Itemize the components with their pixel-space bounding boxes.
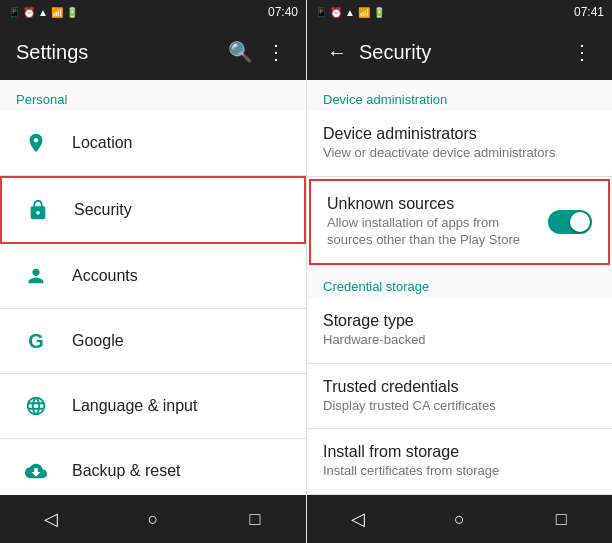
back-icon[interactable]: ←	[323, 38, 351, 66]
accounts-label: Accounts	[72, 267, 138, 285]
settings-title: Settings	[16, 41, 218, 64]
trusted-credentials-item[interactable]: Trusted credentials Display trusted CA c…	[307, 364, 612, 430]
phone-icon: 📱	[8, 7, 20, 18]
device-admins-item[interactable]: Device administrators View or deactivate…	[307, 111, 612, 177]
right-toolbar: ← Security ⋮	[307, 24, 612, 80]
install-from-storage-title: Install from storage	[323, 443, 596, 461]
storage-type-title: Storage type	[323, 312, 596, 330]
left-back-nav[interactable]: ◁	[31, 499, 71, 539]
right-panel: 📱 ⏰ ▲ 📶 🔋 07:41 ← Security ⋮ Device admi…	[307, 0, 612, 543]
google-label: Google	[72, 332, 124, 350]
backup-icon	[16, 451, 56, 491]
left-toolbar: Settings 🔍 ⋮	[0, 24, 306, 80]
device-admins-title: Device administrators	[323, 125, 596, 143]
language-icon	[16, 386, 56, 426]
settings-item-backup[interactable]: Backup & reset	[0, 439, 306, 495]
trusted-credentials-title: Trusted credentials	[323, 378, 596, 396]
credential-storage-header: Credential storage	[307, 267, 612, 298]
left-panel: 📱 ⏰ ▲ 📶 🔋 07:40 Settings 🔍 ⋮ Personal Lo…	[0, 0, 306, 543]
signal-icon: 📶	[51, 7, 63, 18]
device-admins-subtitle: View or deactivate device administrators	[323, 145, 596, 162]
security-title: Security	[359, 41, 560, 64]
storage-type-subtitle: Hardware-backed	[323, 332, 596, 349]
unknown-sources-text: Unknown sources Allow installation of ap…	[327, 195, 540, 249]
left-recent-nav[interactable]: □	[235, 499, 275, 539]
right-phone-icon: 📱	[315, 7, 327, 18]
settings-item-location[interactable]: Location	[0, 111, 306, 176]
location-label: Location	[72, 134, 133, 152]
right-status-icons: 📱 ⏰ ▲ 📶 🔋	[315, 7, 385, 18]
settings-item-language[interactable]: Language & input	[0, 374, 306, 439]
unknown-sources-item[interactable]: Unknown sources Allow installation of ap…	[309, 179, 610, 265]
install-from-storage-subtitle: Install certificates from storage	[323, 463, 596, 480]
left-content: Personal Location Security	[0, 80, 306, 495]
unknown-sources-subtitle: Allow installation of apps from sources …	[327, 215, 540, 249]
accounts-icon	[16, 256, 56, 296]
right-battery-icon: 🔋	[373, 7, 385, 18]
google-icon: G	[16, 321, 56, 361]
left-status-icons: 📱 ⏰ ▲ 📶 🔋	[8, 7, 78, 18]
right-more-options-icon[interactable]: ⋮	[568, 38, 596, 66]
settings-list: Personal Location Security	[0, 80, 306, 495]
device-admin-header: Device administration	[307, 80, 612, 111]
unknown-sources-toggle[interactable]	[548, 210, 592, 234]
personal-section-header: Personal	[0, 80, 306, 111]
right-home-nav[interactable]: ○	[439, 499, 479, 539]
right-status-bar: 📱 ⏰ ▲ 📶 🔋 07:41	[307, 0, 612, 24]
settings-item-security[interactable]: Security	[0, 176, 306, 244]
battery-icon: 🔋	[66, 7, 78, 18]
security-label: Security	[74, 201, 132, 219]
right-signal-icon: 📶	[358, 7, 370, 18]
right-content: Device administration Device administrat…	[307, 80, 612, 495]
right-recent-nav[interactable]: □	[541, 499, 581, 539]
left-nav-bar: ◁ ○ □	[0, 495, 306, 543]
search-icon[interactable]: 🔍	[226, 38, 254, 66]
right-back-nav[interactable]: ◁	[338, 499, 378, 539]
unknown-sources-title: Unknown sources	[327, 195, 540, 213]
settings-item-accounts[interactable]: Accounts	[0, 244, 306, 309]
backup-label: Backup & reset	[72, 462, 181, 480]
settings-item-google[interactable]: G Google	[0, 309, 306, 374]
trusted-credentials-subtitle: Display trusted CA certificates	[323, 398, 596, 415]
wifi-icon: ▲	[38, 7, 48, 18]
right-time: 07:41	[574, 5, 604, 19]
left-home-nav[interactable]: ○	[133, 499, 173, 539]
more-options-icon[interactable]: ⋮	[262, 38, 290, 66]
right-nav-bar: ◁ ○ □	[307, 495, 612, 543]
install-from-storage-item[interactable]: Install from storage Install certificate…	[307, 429, 612, 495]
unknown-sources-row: Unknown sources Allow installation of ap…	[327, 195, 592, 249]
left-status-bar: 📱 ⏰ ▲ 📶 🔋 07:40	[0, 0, 306, 24]
security-icon	[18, 190, 58, 230]
toggle-thumb	[570, 212, 590, 232]
alarm-icon: ⏰	[23, 7, 35, 18]
storage-type-item[interactable]: Storage type Hardware-backed	[307, 298, 612, 364]
location-icon	[16, 123, 56, 163]
left-time: 07:40	[268, 5, 298, 19]
right-alarm-icon: ⏰	[330, 7, 342, 18]
right-wifi-icon: ▲	[345, 7, 355, 18]
language-label: Language & input	[72, 397, 197, 415]
